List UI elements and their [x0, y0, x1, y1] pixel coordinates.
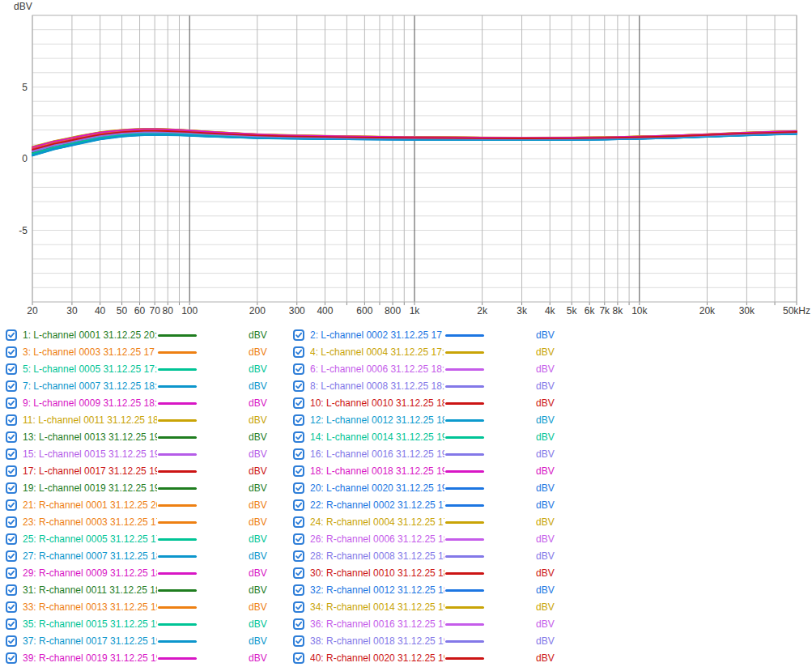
- legend-checkbox[interactable]: [293, 550, 304, 562]
- legend-checkbox[interactable]: [6, 482, 17, 494]
- legend-row: 4: L-channel 0004 31.12.25 17:4dBV: [287, 344, 571, 361]
- series-unit-label: dBV: [536, 395, 555, 412]
- series-color-swatch: [445, 436, 484, 439]
- legend-checkbox[interactable]: [6, 618, 17, 630]
- series-label: 24: R-channel 0004 31.12.25 17:: [310, 514, 444, 531]
- legend-checkbox[interactable]: [6, 533, 17, 545]
- y-tick-label: 0: [22, 153, 28, 164]
- legend-checkbox[interactable]: [6, 397, 17, 409]
- legend-checkbox[interactable]: [6, 516, 17, 528]
- series-label: 32: R-channel 0012 31.12.25 18: [310, 582, 444, 599]
- series-unit-label: dBV: [249, 429, 267, 446]
- legend-checkbox[interactable]: [6, 465, 17, 477]
- legend-checkbox[interactable]: [6, 329, 17, 341]
- legend-row: 32: R-channel 0012 31.12.25 18dBV: [287, 582, 571, 599]
- series-label: 31: R-channel 0011 31.12.25 18: [23, 582, 157, 599]
- x-tick-label: 40: [95, 305, 106, 317]
- legend-row: 31: R-channel 0011 31.12.25 18dBV: [0, 582, 283, 599]
- series-color-swatch: [445, 623, 484, 626]
- y-axis-unit-label: dBV: [14, 1, 32, 12]
- x-tick-label: 80: [163, 305, 174, 317]
- x-tick-label: 10k: [631, 305, 648, 317]
- checkmark-icon: [7, 637, 15, 645]
- legend-checkbox[interactable]: [293, 380, 304, 392]
- series-unit-label: dBV: [249, 446, 267, 463]
- legend-checkbox[interactable]: [293, 533, 304, 545]
- series-unit-label: dBV: [536, 429, 555, 446]
- series-label: 1: L-channel 0001 31.12.25 20:0: [23, 327, 157, 344]
- legend-checkbox[interactable]: [6, 652, 17, 664]
- legend-checkbox[interactable]: [6, 584, 17, 596]
- legend-checkbox[interactable]: [6, 448, 17, 460]
- legend-checkbox[interactable]: [6, 635, 17, 647]
- series-color-swatch: [445, 521, 484, 524]
- legend-row: 8: L-channel 0008 31.12.25 18:0dBV: [287, 378, 571, 395]
- checkmark-icon: [295, 467, 303, 475]
- legend-checkbox[interactable]: [293, 652, 304, 664]
- legend-checkbox[interactable]: [293, 601, 304, 613]
- series-color-swatch: [158, 453, 197, 456]
- legend-checkbox[interactable]: [293, 346, 304, 358]
- legend-row: 21: R-channel 0001 31.12.25 20:dBV: [0, 497, 283, 514]
- series-label: 9: L-channel 0009 31.12.25 18:1: [23, 395, 157, 412]
- series-color-swatch: [445, 657, 484, 660]
- legend-checkbox[interactable]: [6, 550, 17, 562]
- checkmark-icon: [7, 518, 15, 526]
- legend-checkbox[interactable]: [293, 397, 304, 409]
- legend-checkbox[interactable]: [293, 584, 304, 596]
- series-label: 27: R-channel 0007 31.12.25 18: [23, 548, 157, 565]
- x-tick-label: 60: [134, 305, 146, 317]
- legend-checkbox[interactable]: [293, 363, 304, 375]
- legend-row: 39: R-channel 0019 31.12.25 19dBV: [0, 650, 283, 667]
- legend-checkbox[interactable]: [293, 329, 304, 341]
- series-unit-label: dBV: [249, 531, 267, 548]
- series-unit-label: dBV: [249, 582, 267, 599]
- legend-checkbox[interactable]: [6, 346, 17, 358]
- legend-checkbox[interactable]: [6, 567, 17, 579]
- series-color-swatch: [445, 402, 484, 405]
- legend-row: 36: R-channel 0016 31.12.25 19dBV: [287, 616, 571, 633]
- series-color-swatch: [158, 334, 197, 337]
- x-tick-label: 30k: [739, 305, 755, 317]
- legend-checkbox[interactable]: [293, 635, 304, 647]
- x-tick-label: 600: [356, 305, 372, 317]
- checkmark-icon: [7, 382, 15, 390]
- series-label: 7: L-channel 0007 31.12.25 18:0: [23, 378, 157, 395]
- series-unit-label: dBV: [536, 531, 555, 548]
- series-color-swatch: [158, 402, 197, 405]
- legend-checkbox[interactable]: [6, 414, 17, 426]
- series-color-swatch: [158, 572, 197, 575]
- series-label: 39: R-channel 0019 31.12.25 19: [23, 650, 157, 667]
- series-color-swatch: [158, 589, 197, 592]
- checkmark-icon: [7, 654, 15, 662]
- legend-checkbox[interactable]: [293, 567, 304, 579]
- legend-checkbox[interactable]: [6, 601, 17, 613]
- checkmark-icon: [295, 586, 303, 594]
- checkmark-icon: [295, 433, 303, 441]
- legend-checkbox[interactable]: [293, 414, 304, 426]
- checkmark-icon: [7, 450, 15, 458]
- legend-row: 7: L-channel 0007 31.12.25 18:0dBV: [0, 378, 283, 395]
- checkmark-icon: [295, 331, 303, 339]
- series-color-swatch: [158, 623, 197, 626]
- legend-checkbox[interactable]: [293, 516, 304, 528]
- legend-column-2: 2: L-channel 0002 31.12.25 17dBV4: L-cha…: [287, 327, 571, 667]
- checkmark-icon: [295, 552, 303, 560]
- series-unit-label: dBV: [249, 497, 267, 514]
- legend-checkbox[interactable]: [6, 431, 17, 443]
- legend-checkbox[interactable]: [293, 499, 304, 511]
- legend-checkbox[interactable]: [293, 448, 304, 460]
- series-unit-label: dBV: [536, 463, 555, 480]
- legend-checkbox[interactable]: [293, 465, 304, 477]
- series-unit-label: dBV: [249, 361, 267, 378]
- checkmark-icon: [295, 484, 303, 492]
- legend-checkbox[interactable]: [6, 363, 17, 375]
- series-color-swatch: [158, 657, 197, 660]
- x-tick-label: 4k: [545, 305, 556, 317]
- legend-checkbox[interactable]: [293, 431, 304, 443]
- legend-checkbox[interactable]: [293, 618, 304, 630]
- x-tick-label: 20: [27, 305, 38, 317]
- legend-checkbox[interactable]: [6, 499, 17, 511]
- legend-checkbox[interactable]: [6, 380, 17, 392]
- legend-checkbox[interactable]: [293, 482, 304, 494]
